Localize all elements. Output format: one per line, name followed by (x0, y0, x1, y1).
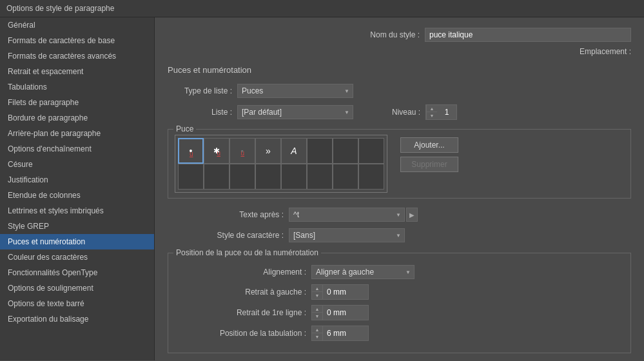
puce-cell-1[interactable]: ✱u (204, 138, 229, 164)
sidebar-item-lettrines[interactable]: Lettrines et styles imbriqués (0, 203, 154, 219)
sidebar-item-formats-avances[interactable]: Formats de caractères avancés (0, 48, 154, 64)
pos-tabulation-up[interactable]: ▲ (312, 326, 322, 333)
sidebar-item-couleur-caracteres[interactable]: Couleur des caractères (0, 249, 154, 265)
sidebar-item-retrait-espacement[interactable]: Retrait et espacement (0, 64, 154, 79)
texte-apres-select[interactable]: ^t (289, 208, 405, 222)
puce-cell-3[interactable]: » (255, 138, 281, 164)
style-caractere-wrapper[interactable]: [Sans] (289, 228, 405, 242)
sidebar-item-general[interactable]: Général (0, 17, 154, 33)
sidebar-item-etendue-colonnes[interactable]: Etendue de colonnes (0, 188, 154, 203)
retrait-gauche-spinner[interactable]: ▲ ▼ (311, 284, 369, 300)
retrait-gauche-arrows[interactable]: ▲ ▼ (312, 285, 323, 299)
puce-row: •u ✱u ◦u » (175, 135, 624, 193)
emplacement-row: Emplacement : (168, 47, 631, 56)
puce-cell-12[interactable] (281, 164, 307, 190)
sidebar-item-tabulations[interactable]: Tabulations (0, 79, 154, 95)
puce-cell-5[interactable] (307, 138, 333, 164)
retrait-1re-ligne-up[interactable]: ▲ (312, 306, 322, 313)
niveau-label: Niveau : (392, 108, 420, 117)
sidebar: GénéralFormats de caractères de baseForm… (0, 17, 155, 360)
texte-apres-label: Texte après : (206, 210, 284, 219)
texte-apres-row: Texte après : ^t ▶ (168, 208, 631, 222)
sidebar-item-arriere-plan[interactable]: Arrière-plan de paragraphe (0, 126, 154, 141)
content-panel: Nom du style : Emplacement : Puces et nu… (155, 17, 644, 360)
sidebar-item-exportation-balisage[interactable]: Exportation du balisage (0, 311, 154, 327)
supprimer-button[interactable]: Supprimer (400, 157, 458, 172)
pos-tabulation-input[interactable] (323, 327, 368, 340)
position-group: Position de la puce ou de la numérotatio… (168, 253, 631, 353)
liste-label: Liste : (168, 108, 232, 117)
ajouter-button[interactable]: Ajouter... (400, 137, 458, 153)
retrait-1re-ligne-input[interactable] (323, 306, 368, 319)
niveau-up-arrow[interactable]: ▲ (427, 105, 437, 112)
retrait-1re-ligne-label: Retrait de 1re ligne : (177, 308, 306, 317)
puce-cell-0[interactable]: •u (178, 138, 204, 164)
retrait-gauche-row: Retrait à gauche : ▲ ▼ (177, 284, 621, 300)
sidebar-item-justification[interactable]: Justification (0, 172, 154, 188)
retrait-1re-ligne-row: Retrait de 1re ligne : ▲ ▼ (177, 305, 621, 320)
pos-tabulation-row: Position de la tabulation : ▲ ▼ (177, 326, 621, 341)
texte-apres-wrapper[interactable]: ^t (289, 208, 405, 222)
puce-cell-2[interactable]: ◦u (229, 138, 255, 164)
pos-tabulation-label: Position de la tabulation : (177, 329, 306, 338)
liste-niveau-row: Liste : [Par défaut] Niveau : ▲ ▼ (168, 104, 631, 120)
puce-cell-11[interactable] (255, 164, 281, 190)
liste-wrapper[interactable]: [Par défaut] (237, 105, 353, 119)
puce-cell-9[interactable] (204, 164, 229, 190)
position-group-legend: Position de la puce ou de la numérotatio… (173, 248, 321, 257)
title-bar: Options de style de paragraphe (0, 0, 644, 17)
liste-select[interactable]: [Par défaut] (237, 105, 353, 119)
sidebar-item-style-grep[interactable]: Style GREP (0, 219, 154, 234)
style-caractere-label: Style de caractère : (206, 231, 284, 240)
puce-cell-15[interactable] (358, 164, 384, 190)
alignement-wrapper[interactable]: Aligner à gauche Centrer Aligner à droit… (311, 265, 415, 279)
style-caractere-select[interactable]: [Sans] (289, 228, 405, 242)
puce-buttons: Ajouter... Supprimer (400, 137, 458, 172)
niveau-down-arrow[interactable]: ▼ (427, 112, 437, 119)
main-container: GénéralFormats de caractères de baseForm… (0, 17, 644, 360)
sidebar-item-options-texte-barre[interactable]: Options de texte barré (0, 296, 154, 311)
pos-tabulation-spinner[interactable]: ▲ ▼ (311, 326, 369, 341)
alignement-label: Alignement : (177, 268, 306, 277)
puce-cell-6[interactable] (333, 138, 358, 164)
emplacement-label: Emplacement : (580, 47, 631, 56)
retrait-gauche-up[interactable]: ▲ (312, 285, 322, 292)
puce-cell-14[interactable] (333, 164, 358, 190)
sidebar-item-options-enchainement[interactable]: Options d'enchaînement (0, 141, 154, 157)
sidebar-item-bordure-paragraphe[interactable]: Bordure de paragraphe (0, 110, 154, 126)
retrait-1re-ligne-arrows[interactable]: ▲ ▼ (312, 306, 323, 320)
alignement-select[interactable]: Aligner à gauche Centrer Aligner à droit… (311, 265, 415, 279)
sidebar-item-cesure[interactable]: Césure (0, 157, 154, 172)
title-text: Options de style de paragraphe (6, 4, 114, 13)
sidebar-item-fonctionnalites-opentype[interactable]: Fonctionnalités OpenType (0, 265, 154, 280)
type-de-liste-select[interactable]: Puces Liste numérotée Aucun (237, 84, 353, 98)
sidebar-item-filets-paragraphe[interactable]: Filets de paragraphe (0, 95, 154, 110)
puce-group: Puce •u ✱u (168, 129, 631, 199)
puce-cell-13[interactable] (307, 164, 333, 190)
puce-cell-7[interactable] (358, 138, 384, 164)
nom-du-style-label: Nom du style : (370, 30, 420, 39)
retrait-gauche-down[interactable]: ▼ (312, 292, 322, 299)
style-caractere-row: Style de caractère : [Sans] (168, 228, 631, 242)
puce-group-legend: Puce (173, 124, 196, 133)
pos-tabulation-arrows[interactable]: ▲ ▼ (312, 326, 323, 340)
retrait-1re-ligne-down[interactable]: ▼ (312, 313, 322, 320)
type-de-liste-wrapper[interactable]: Puces Liste numérotée Aucun (237, 84, 353, 98)
niveau-arrows[interactable]: ▲ ▼ (426, 105, 437, 119)
retrait-gauche-input[interactable] (323, 286, 368, 298)
pos-tabulation-down[interactable]: ▼ (312, 333, 322, 340)
sidebar-item-puces-numerotation[interactable]: Puces et numérotation (0, 234, 154, 249)
retrait-gauche-label: Retrait à gauche : (177, 288, 306, 297)
retrait-1re-ligne-spinner[interactable]: ▲ ▼ (311, 305, 369, 320)
texte-apres-expand-button[interactable]: ▶ (406, 208, 418, 222)
alignement-row: Alignement : Aligner à gauche Centrer Al… (177, 265, 621, 279)
nom-du-style-input[interactable] (425, 28, 631, 42)
sidebar-item-options-soulignement[interactable]: Options de soulignement (0, 280, 154, 296)
puce-cell-10[interactable] (229, 164, 255, 190)
niveau-input[interactable] (437, 106, 456, 118)
puce-cell-8[interactable] (178, 164, 204, 190)
puce-cell-4[interactable]: A (281, 138, 307, 164)
type-de-liste-label: Type de liste : (168, 86, 232, 95)
sidebar-item-formats-base[interactable]: Formats de caractères de base (0, 33, 154, 48)
niveau-spinner[interactable]: ▲ ▼ (425, 104, 457, 120)
